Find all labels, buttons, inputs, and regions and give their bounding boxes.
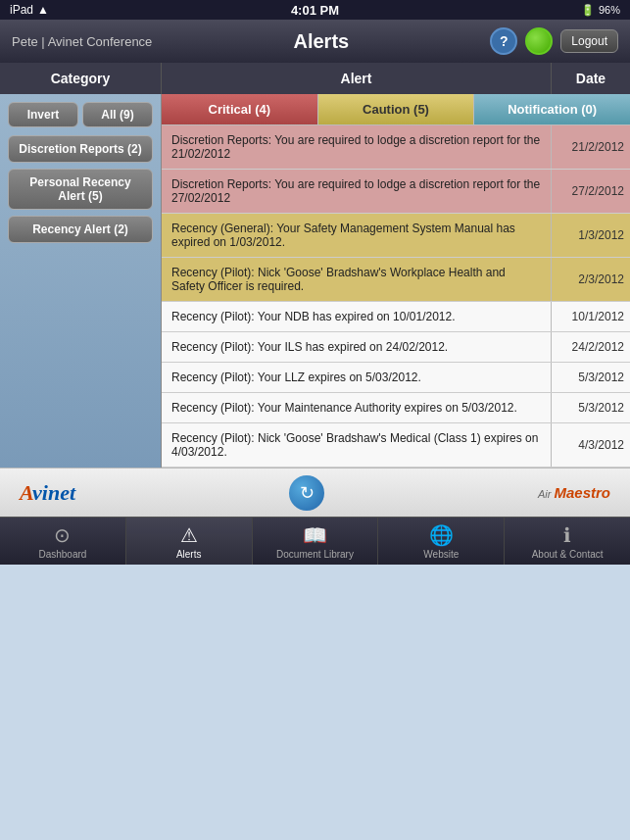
tab-label: Alerts	[176, 549, 202, 560]
tab-icon: ℹ	[563, 523, 571, 547]
status-bar-left: iPad ▲	[10, 3, 49, 17]
ipad-label: iPad	[10, 3, 33, 17]
table-row[interactable]: Recency (Pilot): Nick 'Goose' Bradshaw's…	[162, 258, 630, 302]
alert-list: Critical (4) Caution (5) Notification (0…	[162, 94, 630, 468]
tab-icon: 📖	[303, 523, 327, 547]
table-row[interactable]: Recency (Pilot): Your Maintenance Author…	[162, 393, 630, 423]
alert-text: Recency (Pilot): Your LLZ expires on 5/0…	[162, 363, 552, 392]
avinet-logo: Avinet	[20, 480, 75, 506]
table-row[interactable]: Recency (General): Your Safety Managemen…	[162, 214, 630, 258]
alert-rows: Discretion Reports: You are required to …	[162, 125, 630, 468]
header-actions: ? Logout	[490, 27, 618, 55]
wifi-icon: ▲	[37, 3, 49, 17]
tab-icon: 🌐	[429, 523, 454, 547]
sidebar-top-buttons: Invert All (9)	[8, 102, 153, 127]
col-header-alert: Alert	[162, 63, 552, 94]
alert-text: Recency (Pilot): Your ILS has expired on…	[162, 332, 552, 362]
battery-icon: 🔋	[581, 4, 595, 17]
sidebar-item-personal-recency[interactable]: Personal Recency Alert (5)	[8, 169, 153, 210]
battery-percent: 96%	[599, 4, 620, 16]
alert-date: 27/2/2012	[552, 170, 630, 213]
alert-text: Recency (Pilot): Nick 'Goose' Bradshaw's…	[162, 258, 552, 301]
sidebar: Invert All (9) Discretion Reports (2) Pe…	[0, 94, 162, 468]
table-row[interactable]: Recency (Pilot): Your LLZ expires on 5/0…	[162, 363, 630, 393]
table-row[interactable]: Recency (Pilot): Nick 'Goose' Bradshaw's…	[162, 423, 630, 468]
tab-label: Dashboard	[38, 549, 86, 560]
status-bar-right: 🔋 96%	[581, 4, 620, 17]
logout-button[interactable]: Logout	[560, 29, 618, 53]
tab-label: About & Contact	[532, 549, 604, 560]
col-header-category: Category	[0, 63, 162, 94]
alert-date: 5/3/2012	[552, 363, 630, 392]
body-area: Invert All (9) Discretion Reports (2) Pe…	[0, 94, 630, 468]
table-row[interactable]: Discretion Reports: You are required to …	[162, 125, 630, 170]
table-row[interactable]: Discretion Reports: You are required to …	[162, 170, 630, 214]
tab-icon: ⚠	[180, 523, 198, 547]
status-bar: iPad ▲ 4:01 PM 🔋 96%	[0, 0, 630, 20]
footer-bar: Avinet ↻ Air Maestro	[0, 468, 630, 517]
alert-text: Recency (Pilot): Nick 'Goose' Bradshaw's…	[162, 423, 552, 467]
column-headers: Category Alert Date	[0, 63, 630, 94]
sidebar-item-recency-alert[interactable]: Recency Alert (2)	[8, 216, 153, 243]
alert-date: 21/2/2012	[552, 125, 630, 169]
tab-icon: ⊙	[54, 523, 71, 547]
status-bar-time: 4:01 PM	[291, 3, 339, 18]
tab-about-&-contact[interactable]: ℹ About & Contact	[505, 518, 630, 565]
col-header-date: Date	[552, 63, 630, 94]
sidebar-item-discretion[interactable]: Discretion Reports (2)	[8, 135, 153, 163]
invert-button[interactable]: Invert	[8, 102, 78, 127]
tab-dashboard[interactable]: ⊙ Dashboard	[0, 518, 126, 565]
alert-date: 24/2/2012	[552, 332, 630, 362]
header-user: Pete | Avinet Conference	[12, 34, 152, 49]
header: Pete | Avinet Conference Alerts ? Logout	[0, 20, 630, 63]
alert-date: 1/3/2012	[552, 214, 630, 257]
help-button[interactable]: ?	[490, 27, 517, 55]
tab-bar: ⊙ Dashboard ⚠ Alerts 📖 Document Library …	[0, 517, 630, 565]
filter-tab-critical[interactable]: Critical (4)	[162, 94, 318, 124]
alert-text: Discretion Reports: You are required to …	[162, 125, 552, 169]
alert-text: Recency (Pilot): Your Maintenance Author…	[162, 393, 552, 422]
alert-date: 10/1/2012	[552, 302, 630, 331]
alert-text: Recency (General): Your Safety Managemen…	[162, 214, 552, 257]
alert-text: Recency (Pilot): Your NDB has expired on…	[162, 302, 552, 331]
alert-date: 2/3/2012	[552, 258, 630, 301]
all-button[interactable]: All (9)	[82, 102, 153, 127]
filter-tabs: Critical (4) Caution (5) Notification (0…	[162, 94, 630, 125]
alert-date: 5/3/2012	[552, 393, 630, 422]
filter-tab-caution[interactable]: Caution (5)	[318, 94, 475, 124]
alert-date: 4/3/2012	[552, 423, 630, 467]
filter-tab-notification[interactable]: Notification (0)	[474, 94, 630, 124]
airmaestro-logo: Air Maestro	[538, 484, 610, 501]
tab-document-library[interactable]: 📖 Document Library	[253, 518, 379, 565]
header-title: Alerts	[293, 30, 349, 53]
tab-label: Website	[423, 549, 459, 560]
refresh-button[interactable]: ↻	[289, 475, 324, 511]
tab-website[interactable]: 🌐 Website	[378, 518, 505, 565]
table-row[interactable]: Recency (Pilot): Your ILS has expired on…	[162, 332, 630, 363]
alert-text: Discretion Reports: You are required to …	[162, 170, 552, 213]
status-indicator	[525, 27, 553, 55]
tab-label: Document Library	[276, 549, 354, 560]
table-row[interactable]: Recency (Pilot): Your NDB has expired on…	[162, 302, 630, 332]
tab-alerts[interactable]: ⚠ Alerts	[126, 518, 253, 565]
